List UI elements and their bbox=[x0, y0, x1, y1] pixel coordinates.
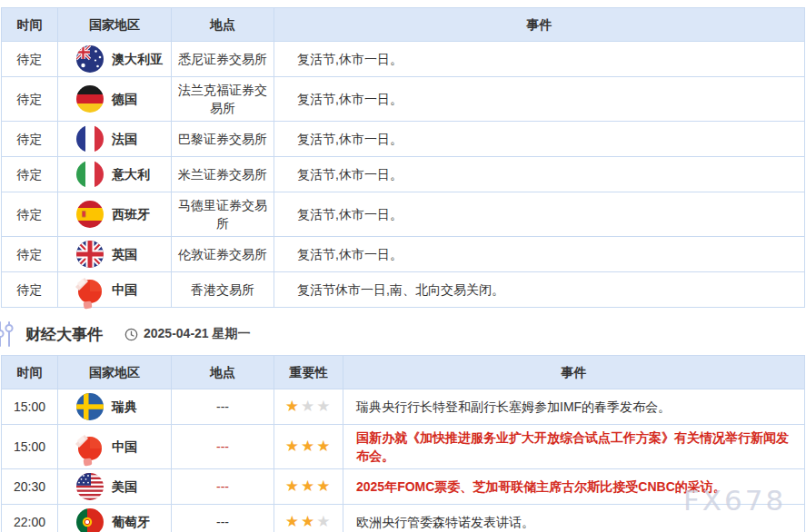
country-cell: 英国 bbox=[58, 237, 172, 272]
china-flag-icon bbox=[76, 276, 104, 303]
time-cell: 20:30 bbox=[2, 469, 58, 505]
country-name: 葡萄牙 bbox=[112, 513, 150, 531]
event-cell: 复活节,休市一日。 bbox=[274, 122, 805, 157]
importance-stars: ★★★ bbox=[285, 398, 333, 416]
time-cell: 15:00 bbox=[2, 425, 58, 469]
event-cell: 国新办就《加快推进服务业扩大开放综合试点工作方案》有关情况举行新闻发布会。 bbox=[343, 425, 805, 469]
importance-cell: ★★★ bbox=[274, 469, 343, 505]
star-empty-icon: ★ bbox=[316, 513, 332, 530]
holiday-table-header-row: 时间 国家地区 地点 事件 bbox=[2, 8, 805, 42]
star-filled-icon: ★ bbox=[285, 478, 301, 495]
time-cell: 待定 bbox=[2, 192, 58, 237]
col-header-time: 时间 bbox=[2, 356, 58, 389]
country-cell: 意大利 bbox=[58, 157, 172, 192]
importance-cell: ★★★ bbox=[274, 505, 343, 532]
star-filled-icon: ★ bbox=[301, 478, 316, 495]
star-filled-icon: ★ bbox=[301, 438, 316, 455]
country-cell: 德国 bbox=[58, 77, 172, 122]
location-cell: 马德里证券交易所 bbox=[172, 192, 274, 237]
holiday-row-5: 待定 bbox=[2, 237, 805, 272]
events-row-0: 15:00 bbox=[2, 389, 805, 425]
section-date: 2025-04-21 星期一 bbox=[124, 326, 251, 342]
country-name: 西班牙 bbox=[112, 205, 150, 223]
holiday-row-6: 待定 中国 bbox=[2, 272, 805, 308]
country-cell: 中国 bbox=[58, 272, 172, 308]
country-name: 法国 bbox=[112, 130, 137, 148]
location-cell: 米兰证券交易所 bbox=[172, 157, 274, 192]
fx678-watermark: FX678 bbox=[683, 484, 786, 517]
country-cell: 葡萄牙 bbox=[58, 505, 172, 532]
col-header-location: 地点 bbox=[172, 356, 274, 389]
star-empty-icon: ★ bbox=[301, 398, 316, 415]
country-name: 瑞典 bbox=[112, 398, 137, 416]
star-empty-icon: ★ bbox=[316, 398, 332, 415]
events-row-1: 15:00 中国 bbox=[2, 425, 805, 469]
event-cell: 复活节,休市一日。 bbox=[274, 157, 805, 192]
economic-calendar-page: 时间 国家地区 地点 事件 待定 bbox=[0, 0, 806, 532]
country-cell: 中国 bbox=[58, 425, 172, 469]
time-cell: 待定 bbox=[2, 122, 58, 157]
location-cell: --- bbox=[172, 505, 274, 532]
event-text: 复活节,休市一日。 bbox=[297, 132, 403, 146]
col-header-time: 时间 bbox=[2, 8, 58, 42]
importance-stars: ★★★ bbox=[285, 478, 333, 496]
country-cell: 美国 bbox=[58, 469, 172, 505]
uk-flag-icon bbox=[76, 241, 104, 268]
time-cell: 待定 bbox=[2, 42, 58, 77]
section-title: 财经大事件 bbox=[25, 324, 103, 345]
holiday-row-4: 待定 bbox=[2, 192, 805, 237]
event-text: 复活节,休市一日。 bbox=[297, 167, 403, 182]
country-name: 英国 bbox=[112, 245, 137, 263]
australia-flag-icon bbox=[76, 45, 104, 73]
country-name: 德国 bbox=[112, 90, 137, 108]
usa-flag-icon bbox=[76, 473, 104, 500]
section-header: 财经大事件 2025-04-21 星期一 bbox=[0, 318, 806, 350]
importance-stars: ★★★ bbox=[285, 513, 333, 531]
event-text: 复活节,休市一日。 bbox=[297, 247, 403, 261]
col-header-location: 地点 bbox=[172, 8, 274, 42]
holiday-row-2: 待定 bbox=[2, 122, 805, 157]
section-date-text: 2025-04-21 星期一 bbox=[144, 326, 251, 342]
germany-flag-icon bbox=[76, 85, 104, 113]
country-cell: 瑞典 bbox=[58, 389, 172, 425]
col-header-country: 国家地区 bbox=[58, 356, 172, 389]
country-cell: 西班牙 bbox=[58, 192, 172, 237]
country-cell: 法国 bbox=[58, 122, 172, 157]
event-text: 瑞典央行行长特登和副行长塞姆参加IMF的春季发布会。 bbox=[356, 399, 671, 414]
event-cell: 复活节,休市一日。 bbox=[274, 42, 805, 77]
event-text: 复活节,休市一日。 bbox=[297, 52, 403, 66]
country-name: 美国 bbox=[112, 478, 137, 496]
importance-stars: ★★★ bbox=[285, 438, 333, 456]
clock-icon bbox=[124, 328, 138, 341]
network-branch-icon bbox=[0, 320, 19, 348]
portugal-flag-icon bbox=[76, 508, 104, 532]
holiday-row-0: 待定 bbox=[2, 42, 805, 77]
star-filled-icon: ★ bbox=[316, 438, 332, 455]
location-cell: 香港交易所 bbox=[172, 272, 274, 308]
location-cell: 悉尼证券交易所 bbox=[172, 42, 274, 77]
time-cell: 待定 bbox=[2, 157, 58, 192]
star-filled-icon: ★ bbox=[285, 438, 301, 455]
time-cell: 待定 bbox=[2, 237, 58, 272]
holiday-row-3: 待定 意 bbox=[2, 157, 805, 192]
col-header-importance: 重要性 bbox=[274, 356, 343, 389]
col-header-country: 国家地区 bbox=[58, 8, 172, 42]
event-text: 复活节,休市一日。 bbox=[297, 92, 403, 106]
event-cell: 瑞典央行行长特登和副行长塞姆参加IMF的春季发布会。 bbox=[343, 389, 805, 425]
star-filled-icon: ★ bbox=[285, 513, 301, 530]
holiday-table: 时间 国家地区 地点 事件 待定 bbox=[1, 7, 805, 308]
event-link[interactable]: 国新办就《加快推进服务业扩大开放综合试点工作方案》有关情况举行新闻发布会。 bbox=[356, 430, 789, 463]
time-cell: 待定 bbox=[2, 77, 58, 122]
location-cell: 法兰克福证券交易所 bbox=[172, 77, 274, 122]
location-cell: --- bbox=[172, 425, 274, 469]
country-cell: 澳大利亚 bbox=[58, 42, 172, 77]
time-cell: 15:00 bbox=[2, 389, 58, 425]
location-cell: --- bbox=[172, 469, 274, 505]
importance-cell: ★★★ bbox=[274, 389, 343, 425]
event-link[interactable]: 2025年FOMC票委、芝加哥联储主席古尔斯比接受CNBC的采访。 bbox=[356, 479, 726, 494]
col-header-event: 事件 bbox=[274, 8, 805, 42]
star-filled-icon: ★ bbox=[285, 398, 301, 415]
time-cell: 22:00 bbox=[2, 505, 58, 532]
event-cell: 复活节,休市一日。 bbox=[274, 192, 805, 237]
china-flag-icon bbox=[76, 433, 104, 460]
